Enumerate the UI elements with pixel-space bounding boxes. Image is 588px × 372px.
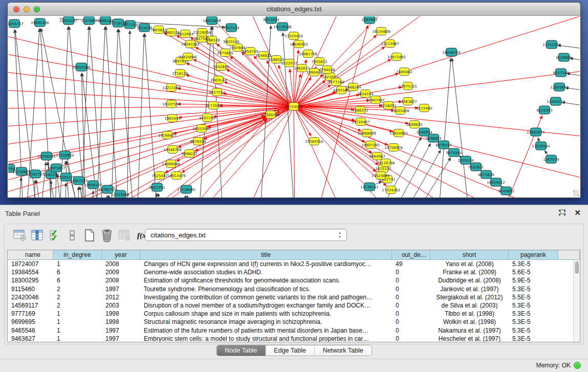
graph-node[interactable]: 15692971 [527,128,545,136]
table-cell: 9699695 [8,318,53,325]
network-view-window[interactable]: citations_edges.txt 11451931167534144095… [7,2,581,198]
graph-node[interactable]: 23226058 [193,29,211,36]
graph-node[interactable]: 10973493 [387,53,406,61]
table-cell: 1998 [102,318,140,325]
graph-node[interactable]: 17016504 [532,142,550,150]
table-scrollbar-thumb[interactable] [575,261,579,274]
table-mode-icon[interactable] [12,229,28,242]
graph-node-label: 7615526 [136,26,153,30]
table-scrollbar[interactable] [573,260,580,342]
graph-node[interactable]: 19654923 [389,129,408,137]
network-table-select[interactable]: citations_edges.txt ▲▼ [145,229,347,241]
network-graph-canvas[interactable]: 1145193116753414409541486372152760215885… [8,16,580,198]
tab-network-table[interactable]: Network Table [315,345,372,356]
graph-node[interactable]: 9457791 [149,183,165,191]
graph-node[interactable]: 12213987 [381,40,399,48]
graph-node[interactable]: 17334263 [382,186,400,194]
graph-node[interactable]: 9177003 [205,102,221,110]
graph-node[interactable]: 20053346 [72,63,91,71]
graph-node[interactable]: 16961758 [299,50,317,58]
tab-edge-table[interactable]: Edge Table [266,345,314,356]
graph-node[interactable]: 8813054 [263,16,279,24]
window-titlebar[interactable]: citations_edges.txt [8,3,580,16]
column-header-indegree[interactable]: in_degree [53,250,102,259]
graph-node[interactable]: 13325419 [285,32,303,40]
graph-node[interactable]: 2718126 [172,70,188,77]
graph-node[interactable]: 16914479 [167,172,186,180]
tab-node-table[interactable]: Node Table [216,345,266,356]
graph-node[interactable]: 18107554 [162,100,181,108]
graph-node[interactable]: 10654112 [487,178,505,186]
column-header-title[interactable]: title [140,250,392,259]
table-row[interactable]: 1938455462009Genome-wide association stu… [8,268,573,276]
table-row[interactable]: 1830029562008Estimation of significance … [8,276,573,285]
graph-node[interactable]: 9474444 [446,148,462,157]
graph-node[interactable]: 2087682 [361,16,377,24]
window-resize-grip[interactable] [573,190,579,196]
graph-node[interactable]: 8215353 [536,106,552,114]
graph-node[interactable]: 14055717 [8,19,24,28]
graph-node[interactable]: 9245652 [498,187,514,195]
graph-node[interactable]: 15751074 [542,40,561,49]
graph-node[interactable]: 20691406 [31,18,49,27]
table-cell: 1 [53,260,102,268]
graph-node[interactable]: 18640910 [290,40,308,48]
select-columns-icon[interactable] [30,229,45,242]
table-row[interactable]: 969969511998Structural magnetic resonanc… [8,318,573,326]
graph-node[interactable]: 1527602 [81,16,97,25]
graph-node[interactable]: 1167534 [543,155,559,163]
table-row[interactable]: 946554611997Estimation of the future num… [8,326,573,335]
graph-node[interactable]: 15046758 [163,146,182,154]
column-header-pagerank[interactable]: pagerank [509,250,558,259]
column-header-short[interactable]: short [430,250,509,259]
float-window-icon[interactable] [558,209,566,216]
new-column-icon[interactable] [82,229,97,242]
graph-node[interactable]: 12975115 [399,82,417,90]
graph-node[interactable]: 9427552 [209,89,225,96]
column-header-outde[interactable]: △out_de… [392,250,430,259]
graph-node-label: 16154808 [372,30,390,34]
graph-node[interactable]: 2803144 [210,76,227,84]
graph-node[interactable]: 14463627 [399,98,417,105]
row-height-icon[interactable] [64,229,80,242]
table-row[interactable]: 977716911998Corpus callosum shape and si… [8,310,573,318]
graph-node[interactable]: 9529966 [556,53,572,61]
graph-node[interactable]: 12444113 [547,97,565,105]
graph-node[interactable]: 9227343 [553,69,569,77]
graph-node[interactable]: 1965491 [164,115,180,122]
graph-node[interactable]: 3624554 [357,90,374,98]
table-row[interactable]: 2242004622012Investigating the contribut… [8,293,573,301]
graph-node[interactable]: 10653287 [59,16,78,25]
column-header-year[interactable]: year [102,250,140,259]
import-table-icon[interactable] [117,229,132,242]
graph-node[interactable]: 8912954 [177,30,193,38]
graph-node[interactable]: 6216091 [380,102,396,110]
graph-node[interactable]: 9242843 [213,63,229,71]
graph-node[interactable]: 9699695 [406,121,422,128]
graph-node[interactable]: 19218586 [273,23,292,31]
graph-node[interactable]: 10688609 [358,129,376,137]
graph-node[interactable]: 16053809 [203,16,221,25]
table-row[interactable]: 946362711997Embryonic stem cells: a mode… [8,335,573,342]
graph-node[interactable]: 8471676 [478,170,494,179]
column-header-name[interactable]: name [8,250,53,259]
table-body: 1872400712008Changes of HCN gene express… [8,260,573,342]
graph-node[interactable]: 16154808 [372,28,390,35]
graph-node-label: 1615132 [375,167,391,171]
column-visibility-icon[interactable] [47,229,62,242]
table-row[interactable]: 1872400712008Changes of HCN gene express… [8,260,573,268]
graph-node[interactable]: 7615526 [136,24,153,32]
delete-column-icon[interactable] [99,229,115,242]
graph-node[interactable]: 16648784 [442,48,461,56]
graph-node[interactable]: 8267150 [199,114,215,122]
graph-node[interactable]: 19384554 [305,138,323,145]
graph-node[interactable]: 9115460 [416,104,432,112]
close-panel-icon[interactable]: ✕ [574,209,581,216]
graph-node[interactable]: 7357224 [223,24,239,32]
table-row[interactable]: 1456911722003Disruption of a novel membe… [8,301,573,310]
graph-node[interactable]: 12213383 [162,84,181,92]
table-row[interactable]: 911546021997Tourette syndrome. Phenomeno… [8,285,573,293]
graph-node[interactable]: 7485063 [396,68,412,76]
memory-status-icon[interactable] [574,362,581,369]
graph-node[interactable]: 12093872 [550,83,569,91]
